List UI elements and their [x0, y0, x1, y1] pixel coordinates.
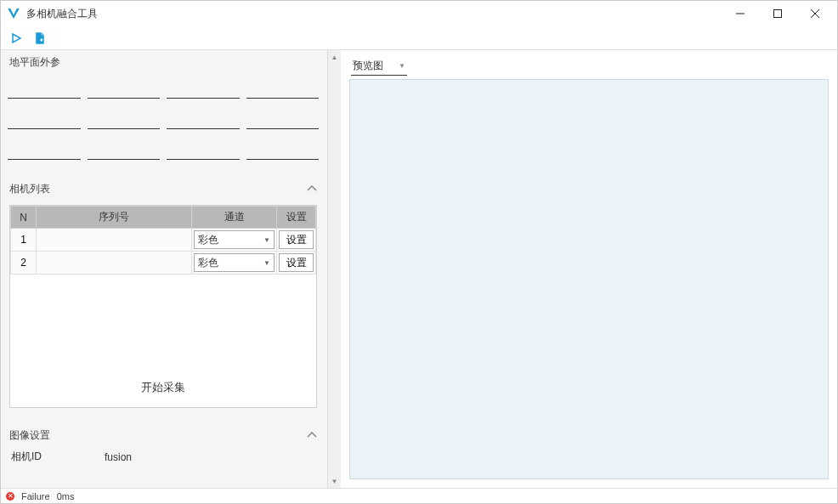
- gp-input-1-3[interactable]: [246, 109, 320, 129]
- camera-row-n: 1: [11, 229, 37, 252]
- channel-select[interactable]: 彩色 ▼: [194, 253, 275, 272]
- camera-row: 1 彩色 ▼ 设置: [11, 229, 316, 252]
- image-settings-collapse-icon[interactable]: [307, 431, 317, 440]
- scroll-down-icon[interactable]: ▼: [328, 474, 341, 488]
- error-icon: ✕: [6, 492, 14, 501]
- camera-id-row: 相机ID fusion: [1, 448, 326, 466]
- status-text: Failure: [21, 491, 50, 501]
- camera-row-serial: [37, 252, 192, 275]
- status-bar: ✕ Failure 0ms: [1, 488, 837, 503]
- scroll-up-icon[interactable]: ▲: [328, 50, 341, 64]
- gp-input-2-2[interactable]: [167, 139, 240, 160]
- camera-list-title: 相机列表: [9, 182, 50, 196]
- settings-button[interactable]: 设置: [279, 253, 314, 272]
- toolbar: [1, 26, 837, 50]
- left-panel-wrap: 地平面外参: [1, 50, 341, 488]
- chevron-down-icon: ▼: [399, 62, 405, 70]
- settings-button[interactable]: 设置: [279, 230, 314, 249]
- preview-select-label: 预览图: [353, 59, 383, 73]
- col-header-channel: 通道: [192, 207, 277, 229]
- gp-input-0-2[interactable]: [167, 78, 240, 99]
- camera-row: 2 彩色 ▼ 设置: [11, 252, 316, 275]
- col-header-n: N: [11, 207, 37, 229]
- gp-input-0-0[interactable]: [8, 78, 81, 99]
- gp-input-0-1[interactable]: [88, 78, 161, 99]
- svg-rect-1: [774, 10, 782, 18]
- ground-plane-header: 地平面外参: [1, 50, 326, 75]
- camera-id-value: fusion: [105, 451, 132, 463]
- camera-table-empty-space: [10, 275, 316, 368]
- gp-input-2-3[interactable]: [246, 139, 320, 160]
- image-settings-header: 图像设置: [1, 423, 326, 448]
- gp-input-1-1[interactable]: [88, 109, 161, 129]
- gp-input-2-1[interactable]: [88, 139, 161, 160]
- chevron-down-icon: ▼: [263, 259, 270, 267]
- chevron-down-icon: ▼: [263, 236, 270, 244]
- close-button[interactable]: [796, 1, 834, 26]
- start-capture-button[interactable]: 开始采集: [10, 368, 316, 407]
- camera-list-box: N 序列号 通道 设置 1 彩色: [9, 205, 317, 408]
- title-bar: 多相机融合工具: [1, 1, 837, 26]
- maximize-button[interactable]: [759, 1, 796, 26]
- ground-plane-title: 地平面外参: [9, 55, 60, 70]
- play-button[interactable]: [8, 30, 25, 47]
- status-time: 0ms: [57, 491, 75, 501]
- col-header-serial: 序列号: [37, 207, 192, 229]
- export-file-button[interactable]: [31, 30, 48, 47]
- left-scrollbar[interactable]: ▲ ▼: [327, 50, 341, 488]
- gp-input-2-0[interactable]: [8, 139, 81, 160]
- preview-select[interactable]: 预览图 ▼: [351, 59, 407, 76]
- app-logo-icon: [6, 6, 21, 21]
- main-area: 地平面外参: [1, 50, 837, 488]
- gp-input-1-2[interactable]: [167, 109, 240, 129]
- camera-table: N 序列号 通道 设置 1 彩色: [10, 206, 316, 275]
- preview-area: [349, 79, 829, 479]
- left-panel: 地平面外参: [1, 50, 327, 488]
- col-header-settings: 设置: [277, 207, 316, 229]
- ground-plane-grid: [1, 75, 326, 177]
- camera-row-n: 2: [11, 252, 37, 275]
- camera-list-collapse-icon[interactable]: [307, 184, 317, 194]
- camera-list-header: 相机列表: [1, 177, 326, 201]
- camera-id-label: 相机ID: [11, 450, 105, 464]
- window-title: 多相机融合工具: [26, 7, 722, 21]
- channel-select[interactable]: 彩色 ▼: [194, 230, 275, 249]
- gp-input-0-3[interactable]: [246, 78, 320, 99]
- right-panel: 预览图 ▼: [341, 50, 837, 488]
- image-settings-title: 图像设置: [9, 428, 50, 443]
- minimize-button[interactable]: [722, 1, 759, 26]
- gp-input-1-0[interactable]: [8, 109, 81, 129]
- preview-header: 预览图 ▼: [349, 54, 829, 79]
- camera-row-serial: [37, 229, 192, 252]
